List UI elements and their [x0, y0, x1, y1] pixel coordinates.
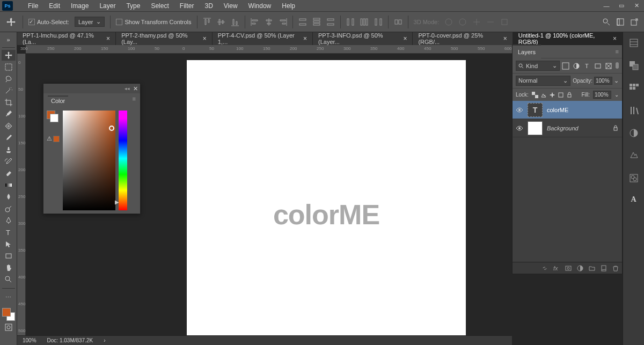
link-layers-icon[interactable]: [541, 265, 548, 271]
channels-panel-icon[interactable]: [628, 173, 639, 183]
zoom-level[interactable]: 100%: [23, 337, 36, 343]
adjustments-panel-icon[interactable]: [628, 128, 639, 138]
menu-window[interactable]: Window: [243, 0, 277, 12]
dodge-tool[interactable]: [2, 203, 16, 214]
hand-tool[interactable]: [2, 262, 16, 273]
layer-filter-select[interactable]: Kind ⌄: [516, 61, 560, 71]
tab-close-icon[interactable]: ×: [403, 35, 407, 42]
share-icon[interactable]: [630, 18, 639, 26]
tab-close-icon[interactable]: ×: [203, 35, 207, 42]
delete-layer-icon[interactable]: [612, 265, 619, 271]
chevron-down-icon[interactable]: ⌄: [614, 77, 619, 84]
eraser-tool[interactable]: [2, 168, 16, 179]
tab-close-icon[interactable]: ×: [303, 35, 307, 42]
tab-close-icon[interactable]: ×: [503, 35, 507, 42]
filter-toggle[interactable]: [616, 62, 619, 69]
document-tab[interactable]: PPT-1-lmchu.psd @ 47.1% (La...×: [17, 32, 116, 45]
document-info[interactable]: Doc: 1.03M/837.2K: [47, 337, 93, 343]
auto-align-icon[interactable]: [394, 18, 402, 26]
menu-image[interactable]: Image: [65, 0, 94, 12]
lasso-tool[interactable]: [2, 74, 16, 84]
menu-file[interactable]: File: [23, 0, 43, 12]
edit-toolbar-icon[interactable]: ⋯: [2, 292, 16, 303]
align-bottom-icon[interactable]: [231, 18, 239, 26]
panel-menu-icon[interactable]: ≡: [133, 96, 136, 105]
menu-select[interactable]: Select: [145, 0, 174, 12]
adjustment-layer-icon[interactable]: [577, 265, 583, 271]
move-tool[interactable]: [2, 50, 16, 61]
swatches-panel-icon[interactable]: [628, 83, 639, 93]
collapse-toolbar-icon[interactable]: »: [2, 34, 16, 45]
layer-thumbnail[interactable]: [528, 121, 543, 135]
search-icon[interactable]: [602, 18, 611, 26]
hue-slider[interactable]: ▶: [119, 111, 127, 210]
layer-name-label[interactable]: Background: [547, 125, 579, 131]
eyedropper-tool[interactable]: [2, 109, 16, 120]
collapse-panel-icon[interactable]: ◂◂: [125, 86, 130, 91]
canvas[interactable]: colorME: [187, 60, 466, 339]
chevron-down-icon[interactable]: ⌄: [614, 92, 619, 98]
gamut-swatch[interactable]: [53, 136, 60, 142]
workspace-icon[interactable]: [616, 18, 625, 26]
maximize-button[interactable]: ▭: [614, 0, 629, 12]
distribute-bottom-icon[interactable]: [326, 18, 335, 26]
align-right-icon[interactable]: [279, 18, 287, 26]
zoom-tool[interactable]: [2, 274, 16, 285]
tab-close-icon[interactable]: ×: [613, 35, 617, 42]
menu-type[interactable]: Type: [121, 0, 145, 12]
menu-edit[interactable]: Edit: [43, 0, 65, 12]
gradient-tool[interactable]: [2, 180, 16, 190]
align-top-icon[interactable]: [203, 18, 211, 26]
panel-menu-icon[interactable]: ≡: [612, 48, 622, 55]
filter-type-icon[interactable]: T: [583, 62, 591, 70]
lock-position-icon[interactable]: [549, 92, 555, 98]
magic-wand-tool[interactable]: [2, 85, 16, 96]
crop-tool[interactable]: [2, 97, 16, 108]
info-chevron-icon[interactable]: ›: [104, 337, 105, 343]
align-vcenter-icon[interactable]: [217, 18, 225, 26]
fill-input[interactable]: 100%: [593, 91, 611, 99]
distribute-vcenter-icon[interactable]: [312, 18, 321, 26]
background-color-swatch[interactable]: [50, 114, 58, 122]
clone-stamp-tool[interactable]: [2, 144, 16, 155]
filter-shape-icon[interactable]: [594, 62, 602, 70]
document-tab[interactable]: PPT-4-CV.psd @ 50% (Layer 1,...×: [213, 32, 313, 45]
styles-panel-icon[interactable]: [628, 150, 639, 161]
gamut-warning[interactable]: ⚠: [47, 135, 60, 142]
document-tab[interactable]: Untitled-1 @ 100% (colorME, RGB/8)×: [513, 32, 623, 45]
menu-view[interactable]: View: [218, 0, 243, 12]
healing-brush-tool[interactable]: [2, 121, 16, 131]
align-hcenter-icon[interactable]: [265, 18, 273, 26]
menu-help[interactable]: Help: [276, 0, 301, 12]
blur-tool[interactable]: [2, 192, 16, 202]
menu-filter[interactable]: Filter: [174, 0, 200, 12]
document-tab[interactable]: PPT-0-cover.psd @ 25% (RGB/...×: [413, 32, 513, 45]
distribute-hcenter-icon[interactable]: [360, 18, 369, 26]
color-field-cursor[interactable]: [109, 126, 114, 131]
visibility-toggle-icon[interactable]: [516, 106, 523, 114]
layer-thumbnail[interactable]: T: [528, 103, 543, 117]
rectangle-tool[interactable]: [2, 251, 16, 261]
color-panel-icon[interactable]: [628, 60, 639, 71]
auto-select-checkbox[interactable]: Auto-Select:: [28, 19, 69, 25]
layers-tab[interactable]: Layers: [513, 45, 541, 58]
foreground-color-swatch[interactable]: [2, 308, 11, 317]
show-transform-checkbox[interactable]: Show Transform Controls: [116, 19, 191, 25]
history-brush-tool[interactable]: [2, 156, 16, 167]
document-tab[interactable]: PPT-3-INFO.psd @ 50% (Layer...×: [313, 32, 413, 45]
filter-pixel-icon[interactable]: [562, 62, 569, 70]
color-field[interactable]: [63, 111, 115, 210]
layer-name-label[interactable]: colorME: [547, 107, 568, 113]
menu-3d[interactable]: 3D: [199, 0, 218, 12]
visibility-toggle-icon[interactable]: [516, 124, 523, 132]
opacity-input[interactable]: 100%: [594, 77, 612, 85]
brush-tool[interactable]: [2, 133, 16, 143]
quick-mask-icon[interactable]: [2, 322, 16, 333]
color-swatches[interactable]: [2, 308, 15, 321]
marquee-tool[interactable]: [2, 62, 16, 72]
lock-transparency-icon[interactable]: [532, 92, 538, 98]
type-tool[interactable]: T: [2, 227, 16, 238]
tab-close-icon[interactable]: ×: [106, 35, 110, 42]
color-tab[interactable]: Color: [48, 96, 68, 105]
libraries-panel-icon[interactable]: [628, 105, 639, 116]
